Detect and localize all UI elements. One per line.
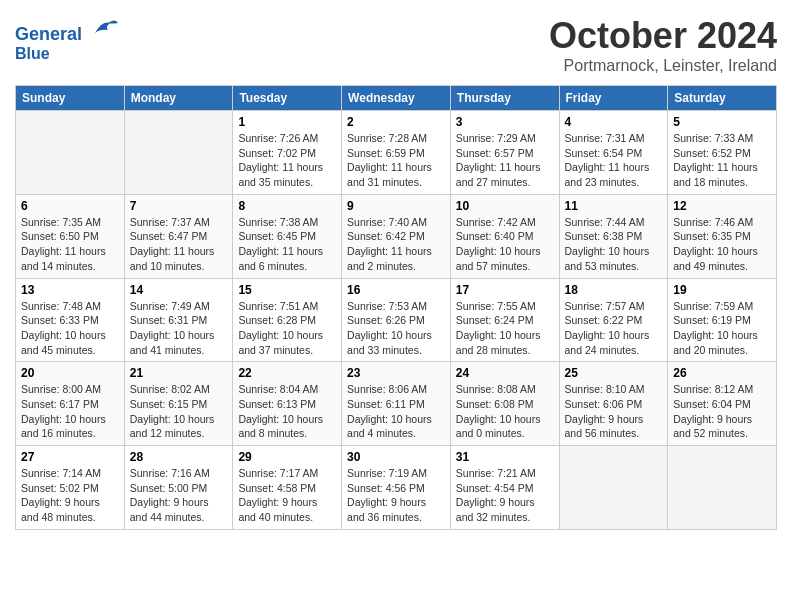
calendar-cell: 25Sunrise: 8:10 AM Sunset: 6:06 PM Dayli… [559, 362, 668, 446]
calendar-cell: 24Sunrise: 8:08 AM Sunset: 6:08 PM Dayli… [450, 362, 559, 446]
day-info: Sunrise: 7:55 AM Sunset: 6:24 PM Dayligh… [456, 299, 554, 358]
calendar-cell: 13Sunrise: 7:48 AM Sunset: 6:33 PM Dayli… [16, 278, 125, 362]
day-number: 22 [238, 366, 336, 380]
calendar-cell: 11Sunrise: 7:44 AM Sunset: 6:38 PM Dayli… [559, 194, 668, 278]
day-number: 17 [456, 283, 554, 297]
day-number: 20 [21, 366, 119, 380]
day-number: 14 [130, 283, 228, 297]
day-number: 18 [565, 283, 663, 297]
day-number: 25 [565, 366, 663, 380]
day-info: Sunrise: 7:42 AM Sunset: 6:40 PM Dayligh… [456, 215, 554, 274]
day-info: Sunrise: 8:04 AM Sunset: 6:13 PM Dayligh… [238, 382, 336, 441]
day-number: 9 [347, 199, 445, 213]
calendar-cell: 21Sunrise: 8:02 AM Sunset: 6:15 PM Dayli… [124, 362, 233, 446]
day-info: Sunrise: 8:00 AM Sunset: 6:17 PM Dayligh… [21, 382, 119, 441]
day-info: Sunrise: 7:53 AM Sunset: 6:26 PM Dayligh… [347, 299, 445, 358]
calendar-cell: 2Sunrise: 7:28 AM Sunset: 6:59 PM Daylig… [342, 111, 451, 195]
weekday-header-saturday: Saturday [668, 86, 777, 111]
calendar-cell: 17Sunrise: 7:55 AM Sunset: 6:24 PM Dayli… [450, 278, 559, 362]
calendar-cell: 29Sunrise: 7:17 AM Sunset: 4:58 PM Dayli… [233, 446, 342, 530]
day-info: Sunrise: 7:44 AM Sunset: 6:38 PM Dayligh… [565, 215, 663, 274]
calendar-cell: 4Sunrise: 7:31 AM Sunset: 6:54 PM Daylig… [559, 111, 668, 195]
calendar-table: SundayMondayTuesdayWednesdayThursdayFrid… [15, 85, 777, 530]
calendar-cell: 9Sunrise: 7:40 AM Sunset: 6:42 PM Daylig… [342, 194, 451, 278]
day-number: 8 [238, 199, 336, 213]
day-info: Sunrise: 8:08 AM Sunset: 6:08 PM Dayligh… [456, 382, 554, 441]
day-number: 10 [456, 199, 554, 213]
day-number: 21 [130, 366, 228, 380]
calendar-cell: 18Sunrise: 7:57 AM Sunset: 6:22 PM Dayli… [559, 278, 668, 362]
day-info: Sunrise: 7:40 AM Sunset: 6:42 PM Dayligh… [347, 215, 445, 274]
day-info: Sunrise: 7:51 AM Sunset: 6:28 PM Dayligh… [238, 299, 336, 358]
calendar-cell [16, 111, 125, 195]
weekday-header-tuesday: Tuesday [233, 86, 342, 111]
calendar-cell: 6Sunrise: 7:35 AM Sunset: 6:50 PM Daylig… [16, 194, 125, 278]
weekday-header-monday: Monday [124, 86, 233, 111]
calendar-cell: 20Sunrise: 8:00 AM Sunset: 6:17 PM Dayli… [16, 362, 125, 446]
day-number: 31 [456, 450, 554, 464]
day-info: Sunrise: 7:16 AM Sunset: 5:00 PM Dayligh… [130, 466, 228, 525]
logo-text: General [15, 15, 120, 45]
day-number: 5 [673, 115, 771, 129]
day-number: 11 [565, 199, 663, 213]
day-info: Sunrise: 8:06 AM Sunset: 6:11 PM Dayligh… [347, 382, 445, 441]
title-block: October 2024 Portmarnock, Leinster, Irel… [549, 15, 777, 75]
weekday-header-wednesday: Wednesday [342, 86, 451, 111]
calendar-cell: 8Sunrise: 7:38 AM Sunset: 6:45 PM Daylig… [233, 194, 342, 278]
calendar-cell [124, 111, 233, 195]
calendar-cell: 19Sunrise: 7:59 AM Sunset: 6:19 PM Dayli… [668, 278, 777, 362]
day-info: Sunrise: 7:57 AM Sunset: 6:22 PM Dayligh… [565, 299, 663, 358]
calendar-week-row: 13Sunrise: 7:48 AM Sunset: 6:33 PM Dayli… [16, 278, 777, 362]
day-number: 26 [673, 366, 771, 380]
day-info: Sunrise: 7:49 AM Sunset: 6:31 PM Dayligh… [130, 299, 228, 358]
day-number: 16 [347, 283, 445, 297]
calendar-cell: 16Sunrise: 7:53 AM Sunset: 6:26 PM Dayli… [342, 278, 451, 362]
location-subtitle: Portmarnock, Leinster, Ireland [549, 57, 777, 75]
calendar-cell: 26Sunrise: 8:12 AM Sunset: 6:04 PM Dayli… [668, 362, 777, 446]
day-number: 13 [21, 283, 119, 297]
logo-bird-icon [90, 15, 120, 40]
day-info: Sunrise: 7:28 AM Sunset: 6:59 PM Dayligh… [347, 131, 445, 190]
day-number: 30 [347, 450, 445, 464]
day-info: Sunrise: 7:38 AM Sunset: 6:45 PM Dayligh… [238, 215, 336, 274]
calendar-cell: 14Sunrise: 7:49 AM Sunset: 6:31 PM Dayli… [124, 278, 233, 362]
calendar-week-row: 6Sunrise: 7:35 AM Sunset: 6:50 PM Daylig… [16, 194, 777, 278]
calendar-cell: 3Sunrise: 7:29 AM Sunset: 6:57 PM Daylig… [450, 111, 559, 195]
day-number: 2 [347, 115, 445, 129]
month-title: October 2024 [549, 15, 777, 57]
day-info: Sunrise: 8:12 AM Sunset: 6:04 PM Dayligh… [673, 382, 771, 441]
calendar-week-row: 1Sunrise: 7:26 AM Sunset: 7:02 PM Daylig… [16, 111, 777, 195]
calendar-week-row: 27Sunrise: 7:14 AM Sunset: 5:02 PM Dayli… [16, 446, 777, 530]
day-number: 3 [456, 115, 554, 129]
calendar-cell: 28Sunrise: 7:16 AM Sunset: 5:00 PM Dayli… [124, 446, 233, 530]
calendar-cell: 31Sunrise: 7:21 AM Sunset: 4:54 PM Dayli… [450, 446, 559, 530]
day-number: 15 [238, 283, 336, 297]
weekday-header-thursday: Thursday [450, 86, 559, 111]
day-number: 7 [130, 199, 228, 213]
logo-text2: Blue [15, 45, 120, 63]
day-info: Sunrise: 8:10 AM Sunset: 6:06 PM Dayligh… [565, 382, 663, 441]
day-number: 29 [238, 450, 336, 464]
calendar-cell [668, 446, 777, 530]
logo: General Blue [15, 15, 120, 62]
day-number: 1 [238, 115, 336, 129]
day-number: 19 [673, 283, 771, 297]
day-info: Sunrise: 7:17 AM Sunset: 4:58 PM Dayligh… [238, 466, 336, 525]
day-number: 12 [673, 199, 771, 213]
day-info: Sunrise: 7:46 AM Sunset: 6:35 PM Dayligh… [673, 215, 771, 274]
day-number: 23 [347, 366, 445, 380]
weekday-header-friday: Friday [559, 86, 668, 111]
day-info: Sunrise: 7:48 AM Sunset: 6:33 PM Dayligh… [21, 299, 119, 358]
day-info: Sunrise: 7:35 AM Sunset: 6:50 PM Dayligh… [21, 215, 119, 274]
day-info: Sunrise: 8:02 AM Sunset: 6:15 PM Dayligh… [130, 382, 228, 441]
calendar-cell: 30Sunrise: 7:19 AM Sunset: 4:56 PM Dayli… [342, 446, 451, 530]
calendar-cell: 23Sunrise: 8:06 AM Sunset: 6:11 PM Dayli… [342, 362, 451, 446]
calendar-cell: 5Sunrise: 7:33 AM Sunset: 6:52 PM Daylig… [668, 111, 777, 195]
day-number: 27 [21, 450, 119, 464]
day-number: 24 [456, 366, 554, 380]
day-number: 28 [130, 450, 228, 464]
calendar-cell: 12Sunrise: 7:46 AM Sunset: 6:35 PM Dayli… [668, 194, 777, 278]
weekday-header-sunday: Sunday [16, 86, 125, 111]
day-info: Sunrise: 7:31 AM Sunset: 6:54 PM Dayligh… [565, 131, 663, 190]
day-info: Sunrise: 7:14 AM Sunset: 5:02 PM Dayligh… [21, 466, 119, 525]
